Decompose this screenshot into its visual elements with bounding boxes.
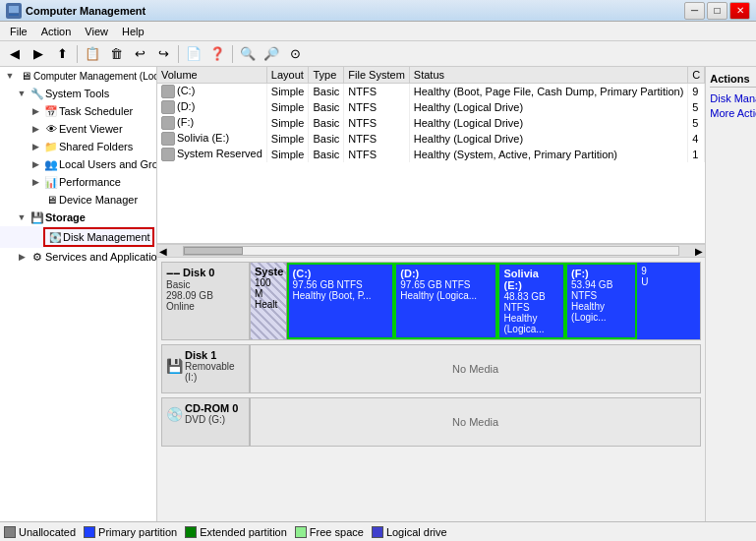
tree-task-scheduler-label: Task Scheduler xyxy=(59,105,133,117)
partition-system-size: 100 M xyxy=(255,277,282,299)
tree-local-users[interactable]: ▶ 👥 Local Users and Groups xyxy=(0,155,156,173)
vol-cap: 4 xyxy=(688,131,705,147)
tree-root[interactable]: ▼ 🖥 Computer Management (Local xyxy=(0,67,156,85)
partition-system[interactable]: Syste 100 M Healt xyxy=(251,263,287,339)
expander-system[interactable]: ▼ xyxy=(14,89,29,98)
partition-c[interactable]: (C:) 97.56 GB NTFS Healthy (Boot, P... xyxy=(287,263,395,339)
disk-0-name: ‒‒ Disk 0 xyxy=(166,267,245,279)
action-more-actions[interactable]: More Actions ▶ xyxy=(710,105,756,120)
vol-layout: Simple xyxy=(266,84,309,100)
table-row[interactable]: (D:) Simple Basic NTFS Healthy (Logical … xyxy=(157,99,705,115)
back-button[interactable]: ◀ xyxy=(4,43,26,65)
tree-services[interactable]: ▶ ⚙ Services and Applications xyxy=(0,248,156,266)
vol-layout: Simple xyxy=(266,131,309,147)
partition-e[interactable]: Solivia (E:) 48.83 GB NTFS Healthy (Logi… xyxy=(497,263,565,339)
close-button[interactable]: ✕ xyxy=(729,2,750,20)
minimize-button[interactable]: ─ xyxy=(684,2,705,20)
table-row[interactable]: System Reserved Simple Basic NTFS Health… xyxy=(157,147,705,162)
disk-graphical-area: ‒‒ Disk 0 Basic 298.09 GB Online Syste 1… xyxy=(157,258,705,521)
properties-button[interactable]: 📄 xyxy=(183,43,204,65)
scroll-right-btn[interactable]: ▶ xyxy=(693,246,705,257)
menu-view[interactable]: View xyxy=(79,24,114,39)
volume-table: Volume Layout Type File System Status C … xyxy=(157,67,705,162)
tree-event-viewer[interactable]: ▶ 👁 Event Viewer xyxy=(0,120,156,138)
tree-system-tools[interactable]: ▼ 🔧 System Tools xyxy=(0,85,156,102)
free-space-label: Free space xyxy=(310,526,364,538)
local-users-icon: 👥 xyxy=(43,156,59,172)
vol-name: (F:) xyxy=(157,115,266,131)
scrollbar-thumb[interactable] xyxy=(184,247,243,255)
horizontal-scrollbar[interactable]: ◀ ▶ xyxy=(157,244,705,258)
partition-d[interactable]: (D:) 97.65 GB NTFS Healthy (Logica... xyxy=(394,263,497,339)
expander-storage[interactable]: ▼ xyxy=(14,212,29,222)
scrollbar-track[interactable] xyxy=(183,246,679,256)
menu-file[interactable]: File xyxy=(4,24,33,39)
volume-table-area: Volume Layout Type File System Status C … xyxy=(157,67,705,244)
logical-box xyxy=(372,526,383,538)
table-row[interactable]: (C:) Simple Basic NTFS Healthy (Boot, Pa… xyxy=(157,84,705,100)
scroll-left-btn[interactable]: ◀ xyxy=(157,246,169,257)
action-disk-management[interactable]: Disk Management xyxy=(710,91,756,105)
tree-performance-label: Performance xyxy=(59,176,121,188)
expander-shared[interactable]: ▶ xyxy=(28,142,43,151)
toolbar-btn-6[interactable]: 🔎 xyxy=(261,43,282,65)
title-bar: Computer Management ─ □ ✕ xyxy=(0,0,756,22)
vol-status: Healthy (System, Active, Primary Partiti… xyxy=(409,147,688,162)
help-button[interactable]: ❓ xyxy=(206,43,228,65)
tree-device-manager-label: Device Manager xyxy=(59,194,138,206)
toolbar-sep-3 xyxy=(232,45,233,63)
expander-users[interactable]: ▶ xyxy=(28,159,43,169)
vol-name: (D:) xyxy=(157,99,266,115)
window-controls[interactable]: ─ □ ✕ xyxy=(684,2,750,20)
expander-services[interactable]: ▶ xyxy=(14,252,29,262)
task-scheduler-icon: 📅 xyxy=(43,103,59,119)
toolbar-btn-5[interactable]: 🔍 xyxy=(237,43,259,65)
vol-cap: 5 xyxy=(688,115,705,131)
tree-shared-folders[interactable]: ▶ 📁 Shared Folders xyxy=(0,138,156,155)
menu-action[interactable]: Action xyxy=(35,24,78,39)
tree-task-scheduler[interactable]: ▶ 📅 Task Scheduler xyxy=(0,102,156,120)
toolbar-sep-1 xyxy=(77,45,78,63)
vol-type: Basic xyxy=(309,115,344,131)
partition-small[interactable]: 9 U xyxy=(637,263,700,339)
disk-1-name: Disk 1 xyxy=(185,349,245,361)
toolbar-btn-4[interactable]: ↪ xyxy=(152,43,174,65)
forward-button[interactable]: ▶ xyxy=(28,43,49,65)
maximize-button[interactable]: □ xyxy=(707,2,727,20)
extended-box xyxy=(185,526,197,538)
show-hide-button[interactable]: 📋 xyxy=(82,43,103,65)
tree-storage-label: Storage xyxy=(45,211,86,223)
unallocated-box xyxy=(4,526,16,538)
toolbar-btn-7[interactable]: ⊙ xyxy=(284,43,306,65)
toolbar-btn-3[interactable]: ↩ xyxy=(129,43,150,65)
tree-performance[interactable]: ▶ 📊 Performance xyxy=(0,173,156,191)
table-row[interactable]: (F:) Simple Basic NTFS Healthy (Logical … xyxy=(157,115,705,131)
table-row[interactable]: Solivia (E:) Simple Basic NTFS Healthy (… xyxy=(157,131,705,147)
menu-help[interactable]: Help xyxy=(116,24,150,39)
tree-device-manager[interactable]: 🖥 Device Manager xyxy=(0,191,156,209)
tree-root-label: Computer Management (Local xyxy=(33,71,156,82)
vol-type: Basic xyxy=(309,99,344,115)
vol-fs: NTFS xyxy=(344,131,409,147)
device-manager-icon: 🖥 xyxy=(43,192,59,208)
vol-cap: 5 xyxy=(688,99,705,115)
expander-root[interactable]: ▼ xyxy=(2,71,18,81)
partition-c-name: (C:) xyxy=(293,268,389,279)
partition-f[interactable]: (F:) 53.94 GB NTFS Healthy (Logic... xyxy=(565,263,637,339)
col-status: Status xyxy=(409,67,688,84)
tree-local-users-label: Local Users and Groups xyxy=(59,158,156,170)
expander-task[interactable]: ▶ xyxy=(28,106,43,116)
tree-event-viewer-label: Event Viewer xyxy=(59,123,123,135)
toolbar-btn-2[interactable]: 🗑 xyxy=(105,43,127,65)
tree-disk-management[interactable]: 💽 Disk Management xyxy=(0,226,156,248)
vol-status: Healthy (Logical Drive) xyxy=(409,99,688,115)
up-button[interactable]: ⬆ xyxy=(51,43,73,65)
svg-rect-2 xyxy=(9,14,19,16)
col-type: Type xyxy=(309,67,344,84)
disk-1-row: 💾 Disk 1 Removable (I:) No Media xyxy=(161,344,701,393)
tree-storage[interactable]: ▼ 💾 Storage xyxy=(0,209,156,226)
partition-small-info: U xyxy=(641,276,696,287)
expander-perf[interactable]: ▶ xyxy=(28,177,43,187)
expander-event[interactable]: ▶ xyxy=(28,124,43,134)
action-disk-management-label: Disk Management xyxy=(710,92,756,104)
